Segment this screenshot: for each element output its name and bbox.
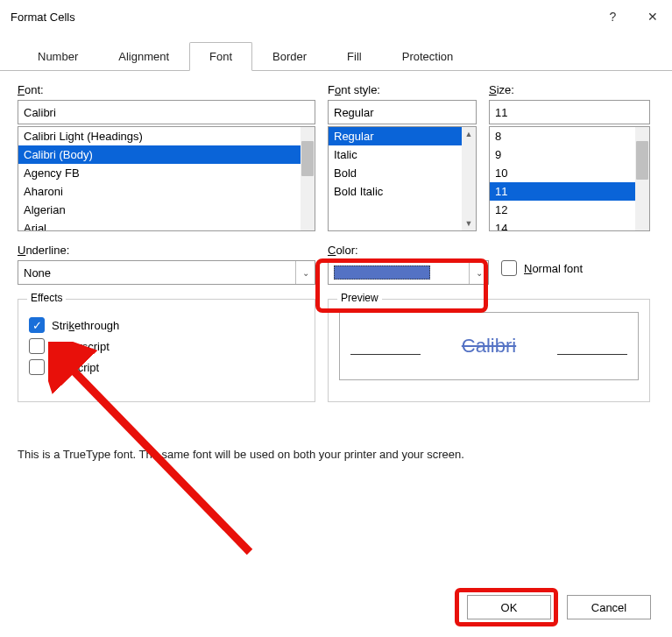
preview-text: Calibri (462, 335, 516, 357)
close-button[interactable]: ✕ (633, 0, 672, 33)
normal-font-label: Normal font (524, 262, 583, 275)
tab-protection[interactable]: Protection (382, 42, 474, 71)
scroll-up-icon[interactable]: ▲ (462, 127, 476, 141)
underline-label: Underline: (18, 244, 315, 257)
preview-legend: Preview (337, 292, 382, 304)
superscript-checkbox[interactable] (29, 338, 45, 354)
font-option[interactable]: Arial (18, 219, 315, 230)
underline-value: None (24, 266, 51, 280)
style-option[interactable]: Bold Italic (329, 182, 476, 201)
dialog-title: Format Cells (11, 11, 593, 24)
font-option[interactable]: Calibri Light (Headings) (18, 127, 315, 145)
chevron-down-icon: ⌄ (469, 261, 488, 284)
font-option[interactable]: Calibri (Body) (18, 145, 315, 164)
size-option[interactable]: 9 (490, 145, 649, 164)
size-label: Size: (489, 83, 650, 96)
size-input[interactable] (489, 100, 650, 124)
font-style-label: Font style: (328, 83, 477, 96)
scrollbar[interactable] (301, 127, 315, 230)
font-listbox[interactable]: Calibri Light (Headings) Calibri (Body) … (18, 126, 315, 231)
tab-alignment[interactable]: Alignment (98, 42, 189, 71)
truetype-note: This is a TrueType font. The same font w… (18, 448, 654, 461)
color-dropdown[interactable]: ⌄ (328, 260, 489, 285)
preview-area: Calibri (339, 312, 639, 380)
superscript-label: Superscript (52, 340, 110, 353)
size-option[interactable]: 8 (490, 127, 649, 145)
font-label: Font: (18, 83, 315, 96)
tab-font[interactable]: Font (189, 42, 252, 71)
tab-number[interactable]: Number (18, 42, 98, 71)
font-style-input[interactable] (328, 100, 477, 124)
size-option[interactable]: 12 (490, 201, 649, 219)
scrollbar[interactable] (635, 127, 649, 230)
ok-button[interactable]: OK (467, 595, 551, 619)
scroll-down-icon[interactable]: ▼ (462, 216, 476, 230)
tab-border[interactable]: Border (252, 42, 327, 71)
size-option[interactable]: 10 (490, 164, 649, 182)
help-button[interactable]: ? (593, 0, 633, 33)
tabs: Number Alignment Font Border Fill Protec… (0, 42, 672, 71)
scrollbar[interactable]: ▲ ▼ (462, 127, 476, 230)
font-input[interactable] (18, 100, 315, 124)
titlebar: Format Cells ? ✕ (0, 0, 672, 33)
style-option[interactable]: Italic (329, 145, 476, 164)
chevron-down-icon: ⌄ (295, 261, 315, 284)
strikethrough-checkbox[interactable]: ✓ (29, 317, 45, 333)
color-swatch (334, 265, 430, 280)
preview-group: Preview Calibri (328, 299, 650, 402)
strikethrough-label: Strikethrough (52, 319, 119, 332)
subscript-checkbox[interactable] (29, 359, 45, 375)
normal-font-checkbox[interactable] (501, 260, 517, 276)
font-option[interactable]: Aharoni (18, 182, 315, 201)
color-label: Color: (328, 244, 489, 257)
underline-dropdown[interactable]: None ⌄ (18, 260, 315, 285)
effects-legend: Effects (27, 292, 66, 304)
effects-group: Effects ✓ Strikethrough Superscript Subs… (18, 299, 315, 402)
cancel-button[interactable]: Cancel (567, 595, 651, 619)
tab-fill[interactable]: Fill (327, 42, 382, 71)
size-option[interactable]: 14 (490, 219, 649, 230)
font-option[interactable]: Algerian (18, 201, 315, 219)
style-option[interactable]: Regular (329, 127, 476, 145)
font-style-listbox[interactable]: Regular Italic Bold Bold Italic ▲ ▼ (328, 126, 477, 231)
style-option[interactable]: Bold (329, 164, 476, 182)
font-option[interactable]: Agency FB (18, 164, 315, 182)
size-option[interactable]: 11 (490, 182, 649, 201)
subscript-label: Subscript (52, 361, 99, 374)
size-listbox[interactable]: 8 9 10 11 12 14 (489, 126, 650, 231)
